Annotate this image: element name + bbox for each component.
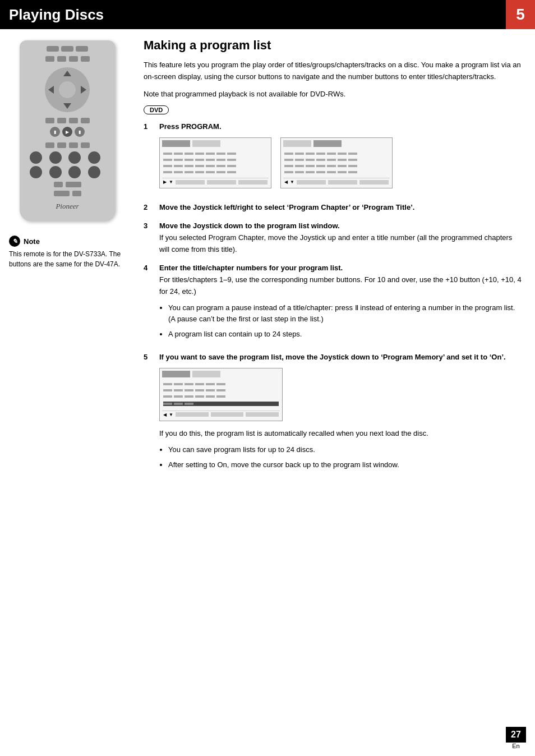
step-3-title: Move the Joystick down to the program li… — [159, 222, 522, 230]
page-footer: 27 En — [506, 727, 526, 749]
screen-footer-btn-5 — [328, 180, 357, 185]
screen-lines-right — [283, 149, 390, 177]
screen-footer-btn-step5-2 — [211, 412, 244, 417]
remote-btn-10 — [69, 118, 78, 123]
chapter-number: 5 — [506, 0, 535, 29]
transport-btn-next: ▮ — [75, 127, 85, 137]
remote-btn-11 — [81, 118, 90, 123]
page-title: Playing Discs — [9, 6, 104, 24]
remote-brand-label: Pioneer — [56, 202, 79, 211]
screen-mock-step5: ◀ ▼ — [159, 368, 283, 421]
step-4-bullet-2: A program list can contain up to 24 step… — [168, 329, 522, 340]
remote-btn-18 — [54, 191, 70, 196]
remote-btn-7 — [81, 56, 90, 62]
step-5-number: 5 — [144, 353, 153, 361]
remote-btn-16 — [54, 182, 63, 187]
left-column: ▮ ▶ ▮ — [0, 29, 135, 496]
right-column: Making a program list This feature lets … — [135, 29, 535, 496]
step-1-number: 1 — [144, 122, 153, 131]
step-2: 2 Move the Joystick left/right to select… — [144, 203, 522, 214]
screen-footer-btn-2 — [207, 180, 236, 185]
remote-btn-1 — [47, 46, 59, 52]
screen-footer-btn-4 — [297, 180, 326, 185]
screen-footer-btn-1 — [176, 180, 205, 185]
step-1-title: Press PROGRAM. — [159, 122, 522, 131]
remote-btn-2 — [61, 46, 73, 52]
step-4: 4 Enter the title/chapter numbers for yo… — [144, 264, 522, 345]
step-4-content: Enter the title/chapter numbers for your… — [159, 264, 522, 345]
joystick-center — [59, 81, 76, 98]
remote-btn-12 — [45, 142, 54, 148]
note-header: ✎ Note — [9, 236, 126, 247]
screen-footer-left: ▶ ▼ — [162, 178, 269, 186]
circle-btn-8 — [88, 166, 100, 178]
joystick-right-arrow — [81, 86, 86, 94]
step-4-bullet-1: You can program a pause instead of a tit… — [168, 302, 522, 326]
dvd-badge: DVD — [144, 105, 169, 114]
screen-tab-inactive-left — [192, 140, 220, 147]
screen-tab-step5-inactive — [192, 371, 220, 377]
step-4-title: Enter the title/chapter numbers for your… — [159, 264, 522, 272]
dvd-note-text: Note that programmed playback is not ava… — [144, 89, 522, 100]
joystick-down-arrow — [63, 103, 71, 109]
screen-mock-right: ◀ ▼ — [280, 137, 393, 188]
screen-tab-step5-active — [162, 371, 190, 377]
circle-btn-6 — [49, 166, 62, 178]
step-1: 1 Press PROGRAM. — [144, 122, 522, 195]
screen-arrow-step5-2: ▼ — [169, 412, 173, 417]
page-number: 27 — [506, 727, 526, 743]
step-3: 3 Move the Joystick down to the program … — [144, 222, 522, 256]
step-4-bullets: You can program a pause instead of a tit… — [168, 302, 522, 340]
screen-arrow-step5-1: ◀ — [163, 412, 167, 417]
screen-lines-step5 — [162, 380, 280, 409]
circle-btn-7 — [68, 166, 81, 178]
step-3-number: 3 — [144, 222, 153, 230]
step-1-content: Press PROGRAM. — [159, 122, 522, 195]
step-2-content: Move the Joystick left/right to select ‘… — [159, 203, 522, 214]
step-3-body: If you selected Program Chapter, move th… — [159, 232, 522, 256]
page-lang: En — [512, 743, 519, 749]
screen-mock-left: ▶ ▼ — [159, 137, 271, 188]
note-label: Note — [24, 237, 40, 246]
screen-tab-active-right — [313, 140, 342, 147]
step-5-title: If you want to save the program list, mo… — [159, 353, 522, 361]
remote-btn-17 — [66, 182, 81, 187]
circle-btn-5 — [30, 166, 42, 178]
transport-buttons: ▮ ▶ ▮ — [50, 127, 85, 137]
screen-tab-inactive-right — [283, 140, 311, 147]
screen-pair-step1: ▶ ▼ — [159, 137, 522, 188]
step-3-content: Move the Joystick down to the program li… — [159, 222, 522, 256]
note-icon: ✎ — [9, 236, 20, 247]
step-4-body: For titles/chapters 1–9, use the corresp… — [159, 274, 522, 298]
note-box: ✎ Note This remote is for the DV-S733A. … — [9, 231, 126, 274]
remote-btn-14 — [69, 142, 78, 148]
circle-btn-3 — [68, 151, 81, 164]
remote-btn-3 — [76, 46, 88, 52]
remote-btn-5 — [57, 56, 66, 62]
step-5-bullet-1: You can save program lists for up to 24 … — [168, 444, 522, 456]
header-bar: Playing Discs 5 — [0, 0, 535, 29]
remote-btn-15 — [81, 142, 90, 148]
section-title: Making a program list — [144, 38, 522, 53]
main-layout: ▮ ▶ ▮ — [0, 29, 535, 496]
circle-buttons-grid — [25, 151, 109, 178]
step-5-bullet-2: After setting to On, move the cursor bac… — [168, 459, 522, 471]
remote-control-image: ▮ ▶ ▮ — [20, 40, 115, 221]
step-5: 5 If you want to save the program list, … — [144, 353, 522, 475]
screen-footer-step5: ◀ ▼ — [162, 411, 280, 418]
circle-btn-1 — [30, 151, 42, 164]
screen-footer-btn-6 — [359, 180, 389, 185]
screen-footer-btn-step5-3 — [246, 412, 279, 417]
step-2-number: 2 — [144, 203, 153, 211]
remote-btn-9 — [57, 118, 66, 123]
remote-btn-13 — [57, 142, 66, 148]
joystick-up-arrow — [63, 71, 71, 76]
step-5-bullets: You can save program lists for up to 24 … — [168, 444, 522, 471]
remote-btn-6 — [69, 56, 78, 62]
note-text: This remote is for the DV-S733A. The but… — [9, 249, 126, 269]
step-4-number: 4 — [144, 264, 153, 272]
screen-lines-left — [162, 149, 269, 177]
screen-footer-btn-step5-1 — [176, 412, 209, 417]
circle-btn-4 — [88, 151, 100, 164]
remote-btn-4 — [45, 56, 54, 62]
